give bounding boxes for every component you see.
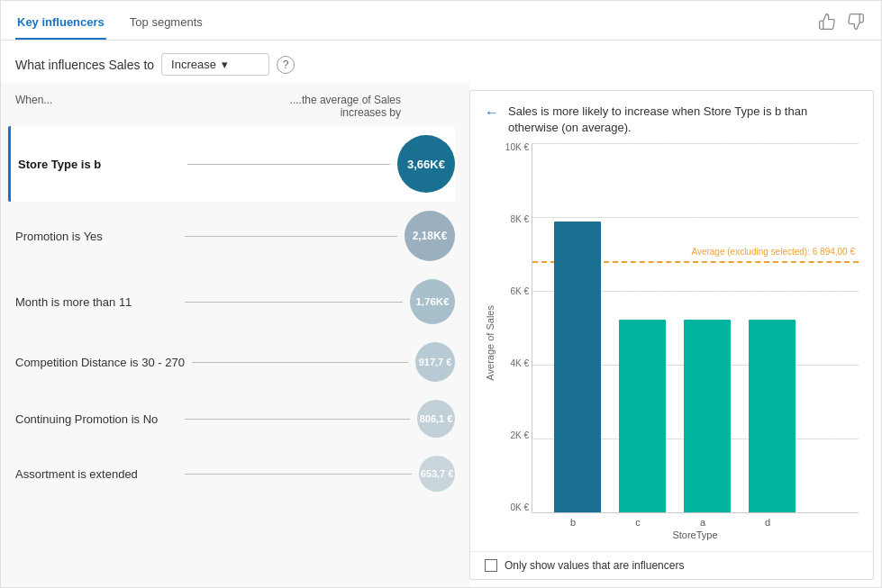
bars-container [536, 150, 814, 512]
tab-icons [816, 11, 867, 40]
influencer-label-4: Continuing Promotion is No [15, 412, 177, 426]
influencer-label-0: Store Type is b [18, 158, 180, 171]
bar-line-3 [192, 361, 408, 363]
col-headers: When... ....the average of Sales increas… [15, 94, 455, 119]
bar-group-d [749, 320, 796, 512]
right-panel-header: ← Sales is more likely to increase when … [470, 91, 873, 143]
y-tick-2k: 2K € [500, 431, 532, 440]
bar-b [554, 222, 601, 512]
bar-c [619, 320, 666, 512]
panel-title: Sales is more likely to increase when St… [508, 104, 859, 136]
app-container: Key influencers Top segments What [0, 0, 882, 588]
influencer-row-4[interactable]: Continuing Promotion is No 806,1 € [15, 391, 455, 447]
influencer-label-3: Competition Distance is 30 - 270 [15, 356, 185, 369]
bar-line-2 [185, 301, 403, 303]
influencer-label-2: Month is more than 11 [15, 295, 177, 309]
bar-line-5 [185, 473, 412, 475]
y-tick-4k: 4K € [500, 359, 532, 368]
line-0 [187, 164, 390, 165]
left-panel: When... ....the average of Sales increas… [1, 83, 469, 587]
influencer-row-0[interactable]: Store Type is b 3,66K€ [8, 126, 455, 202]
y-tick-8k: 8K € [500, 215, 532, 224]
x-label-a: a [679, 517, 726, 528]
influencer-row-2[interactable]: Month is more than 11 1,76K€ [15, 270, 455, 333]
chart-plot: 10K € 8K € 6K € 4K € 2K € 0K € [532, 143, 859, 513]
tab-key-influencers[interactable]: Key influencers [15, 10, 106, 40]
right-panel: ← Sales is more likely to increase when … [469, 90, 874, 580]
back-arrow-icon[interactable]: ← [485, 104, 499, 121]
col-header-when: When... [15, 94, 52, 119]
line-1 [185, 236, 397, 237]
chart-wrapper: Average of Sales 10K € 8K € 6K € 4K € 2K… [485, 143, 859, 544]
tab-top-segments[interactable]: Top segments [128, 10, 205, 40]
bubble-4: 806,1 € [417, 400, 455, 438]
y-tick-10k: 10K € [500, 143, 532, 152]
x-axis-title: StoreType [532, 529, 859, 544]
chart-area: Average of Sales 10K € 8K € 6K € 4K € 2K… [470, 143, 873, 551]
bar-a [684, 320, 731, 512]
x-label-c: c [614, 517, 661, 528]
line-4 [185, 419, 410, 420]
subtitle-bar: What influences Sales to Increase ▾ ? [1, 41, 881, 83]
tabs-bar: Key influencers Top segments [1, 1, 881, 41]
y-tick-6k: 6K € [500, 287, 532, 296]
bar-d [749, 320, 796, 512]
influencer-label-5: Assortment is extended [15, 467, 177, 481]
bubble-1: 2,18K€ [405, 211, 455, 261]
influencer-row-1[interactable]: Promotion is Yes 2,18K€ [15, 202, 455, 270]
question-prefix: What influences Sales to [15, 58, 154, 72]
x-label-b: b [550, 517, 596, 528]
help-icon[interactable]: ? [277, 56, 295, 74]
bar-line-1 [185, 235, 397, 237]
bar-line-0 [187, 163, 390, 165]
bubble-3: 917,7 € [415, 342, 455, 382]
bubble-5: 653,7 € [419, 456, 455, 492]
bubble-2: 1,76K€ [410, 279, 455, 324]
line-2 [185, 302, 403, 303]
influencer-row-3[interactable]: Competition Distance is 30 - 270 917,7 € [15, 333, 455, 391]
x-axis-labels: b c a d [532, 513, 859, 528]
thumbs-down-icon[interactable] [845, 11, 867, 32]
bar-line-4 [185, 418, 410, 420]
bar-group-c [619, 320, 666, 512]
chart-body: 10K € 8K € 6K € 4K € 2K € 0K € [499, 143, 859, 544]
thumbs-up-icon[interactable] [816, 11, 838, 32]
main-content: When... ....the average of Sales increas… [1, 83, 881, 587]
chevron-down-icon: ▾ [222, 58, 259, 71]
bar-group-a [684, 320, 731, 512]
col-header-increases: ....the average of Sales increases by [275, 94, 401, 119]
bubble-0: 3,66K€ [397, 135, 455, 193]
tabs-left: Key influencers Top segments [15, 10, 205, 40]
line-3 [192, 362, 408, 363]
checkbox-row: Only show values that are influencers [470, 551, 873, 579]
line-5 [185, 474, 412, 475]
bar-group-b [554, 222, 601, 512]
influencers-checkbox[interactable] [485, 559, 497, 572]
checkbox-label: Only show values that are influencers [505, 559, 684, 572]
x-label-d: d [744, 517, 791, 528]
influencer-row-5[interactable]: Assortment is extended 653,7 € [15, 447, 455, 501]
influencer-label-1: Promotion is Yes [15, 230, 177, 243]
y-axis-label: Average of Sales [485, 143, 496, 544]
y-tick-0k: 0K € [500, 503, 532, 512]
influence-dropdown[interactable]: Increase ▾ [161, 53, 269, 76]
